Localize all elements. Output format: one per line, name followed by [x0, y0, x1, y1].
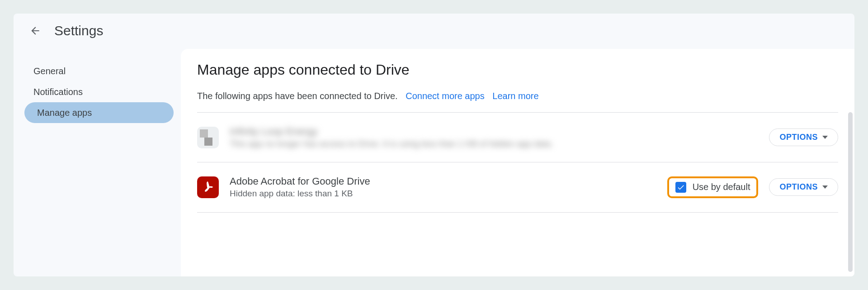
app-name: Adobe Acrobat for Google Drive: [230, 175, 656, 188]
sidebar-item-general[interactable]: General: [14, 61, 174, 81]
sidebar-item-manage-apps[interactable]: Manage apps: [24, 102, 174, 123]
app-subtext: This app no longer has access to Drive. …: [230, 138, 758, 150]
options-label: OPTIONS: [779, 133, 818, 142]
app-row: Adobe Acrobat for Google Drive Hidden ap…: [197, 162, 838, 212]
app-row: Infinity Loop Energy This app no longer …: [197, 113, 838, 162]
use-by-default-highlight: Use by default: [667, 176, 759, 198]
connect-more-apps-link[interactable]: Connect more apps: [406, 91, 485, 101]
page-title: Manage apps connected to Drive: [197, 62, 838, 78]
sidebar-item-label: Manage apps: [37, 108, 92, 118]
app-subtext: Hidden app data: less than 1 KB: [230, 188, 656, 200]
caret-down-icon: [822, 136, 828, 139]
scrollbar[interactable]: [848, 112, 853, 272]
app-text: Infinity Loop Energy This app no longer …: [230, 125, 758, 149]
learn-more-link[interactable]: Learn more: [492, 91, 538, 101]
main-panel: Manage apps connected to Drive The follo…: [181, 49, 854, 276]
dialog-body: General Notifications Manage apps Manage…: [14, 45, 854, 276]
options-label: OPTIONS: [779, 182, 818, 192]
arrow-left-icon: [29, 25, 41, 37]
app-text: Adobe Acrobat for Google Drive Hidden ap…: [230, 175, 656, 199]
settings-dialog: Settings General Notifications Manage ap…: [14, 14, 854, 276]
acrobat-icon: [197, 176, 219, 198]
dialog-header: Settings: [14, 14, 854, 45]
pdf-icon: [201, 181, 215, 194]
divider: [197, 212, 838, 213]
sidebar-item-notifications[interactable]: Notifications: [14, 81, 174, 102]
options-button[interactable]: OPTIONS: [769, 128, 838, 146]
use-by-default-checkbox[interactable]: [675, 182, 686, 193]
options-button[interactable]: OPTIONS: [769, 178, 838, 196]
use-by-default-label: Use by default: [693, 182, 750, 192]
caret-down-icon: [822, 185, 828, 189]
subtitle-text: The following apps have been connected t…: [197, 91, 398, 101]
back-button[interactable]: [26, 22, 44, 40]
app-icon: [197, 127, 219, 148]
sidebar-item-label: Notifications: [33, 87, 83, 97]
check-icon: [677, 183, 685, 191]
app-name: Infinity Loop Energy: [230, 125, 758, 138]
subtitle-row: The following apps have been connected t…: [197, 91, 838, 101]
sidebar-item-label: General: [33, 66, 66, 76]
dialog-title: Settings: [54, 23, 103, 38]
settings-sidebar: General Notifications Manage apps: [14, 45, 181, 276]
